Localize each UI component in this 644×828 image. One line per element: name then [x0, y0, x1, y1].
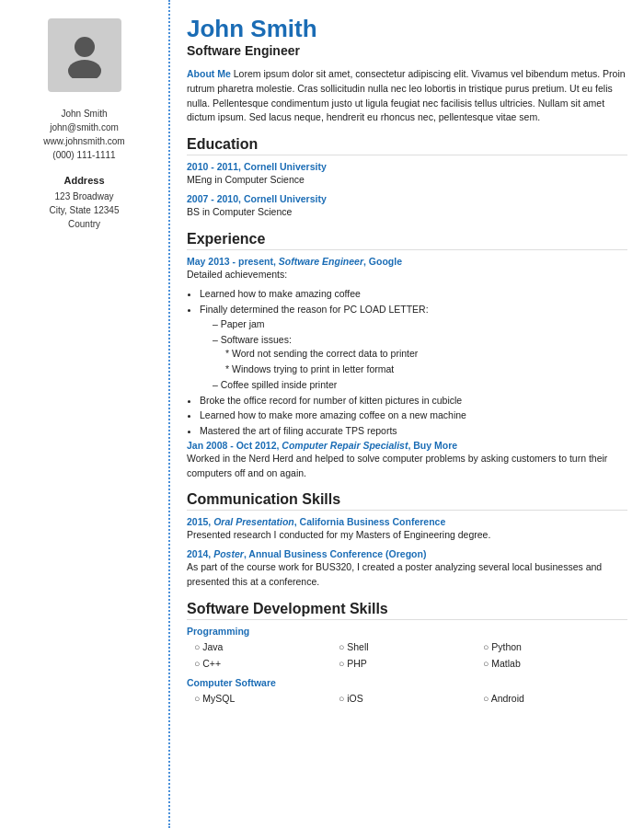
edu-body-2: BS in Computer Science	[187, 205, 627, 220]
address-city-state: City, State 12345	[50, 203, 120, 217]
avatar	[48, 18, 121, 92]
list-item: Word not sending the correct data to pri…	[225, 347, 627, 362]
communication-section: Communication Skills 2015, Oral Presenta…	[187, 491, 627, 589]
comm-entry-1: 2015, Oral Presentation, California Busi…	[187, 516, 627, 543]
skills-label-programming: Programming	[187, 626, 627, 637]
comm-body-2: As part of the course work for BUS320, I…	[187, 560, 627, 590]
address-street: 123 Broadway	[50, 190, 120, 203]
address-label: Address	[63, 175, 104, 186]
skills-category-programming: Programming Java Shell Python C++ PHP Ma…	[187, 626, 627, 673]
comm-entry-2: 2014, Poster, Annual Business Conference…	[187, 548, 627, 590]
comm-header-1: 2015, Oral Presentation, California Busi…	[187, 516, 627, 527]
sub-sub-list-1: Word not sending the correct data to pri…	[225, 347, 627, 377]
sidebar: John Smith john@smith.com www.johnsmith.…	[0, 0, 170, 828]
address-info: 123 Broadway City, State 12345 Country	[50, 190, 120, 231]
skill-ios: iOS	[339, 691, 483, 707]
skill-php: PHP	[339, 656, 483, 673]
education-entry-2: 2007 - 2010, Cornell University BS in Co…	[187, 193, 627, 220]
skills-grid-programming: Java Shell Python C++ PHP Matlab	[194, 639, 627, 673]
list-item: Paper jam	[213, 317, 627, 332]
list-item: Finally determined the reason for PC LOA…	[200, 303, 627, 393]
exp-header-2: Jan 2008 - Oct 2012, Computer Repair Spe…	[187, 440, 627, 451]
sub-list-1: Paper jam Software issues: Word not send…	[213, 317, 627, 393]
skill-python: Python	[483, 639, 627, 656]
exp-intro-1: Detailed achievements:	[187, 268, 627, 282]
main-content: John Smith Software Engineer About Me Lo…	[170, 0, 644, 828]
about-label: About Me	[187, 68, 231, 79]
svg-point-0	[75, 37, 95, 57]
experience-entry-2: Jan 2008 - Oct 2012, Computer Repair Spe…	[187, 440, 627, 481]
skill-java: Java	[194, 639, 339, 656]
edu-header-1: 2010 - 2011, Cornell University	[187, 161, 627, 172]
skills-section: Software Development Skills Programming …	[187, 601, 627, 708]
skill-mysql: MySQL	[194, 691, 339, 707]
contact-name: John Smith	[43, 107, 124, 121]
list-item: Software issues: Word not sending the co…	[213, 333, 627, 377]
edu-header-2: 2007 - 2010, Cornell University	[187, 193, 627, 204]
exp-body-2: Worked in the Nerd Herd and helped to so…	[187, 452, 627, 481]
job-title: Software Engineer	[187, 43, 627, 58]
communication-heading: Communication Skills	[187, 491, 627, 511]
contact-website: www.johnsmith.com	[43, 134, 124, 148]
skills-heading: Software Development Skills	[187, 601, 627, 620]
edu-body-1: MEng in Computer Science	[187, 173, 627, 188]
skills-grid-software: MySQL iOS Android	[194, 691, 627, 707]
skill-android: Android	[483, 691, 627, 707]
about-section: About Me Lorem ipsum dolor sit amet, con…	[187, 67, 627, 125]
skills-label-software: Computer Software	[187, 677, 627, 688]
comm-body-1: Presented research I conducted for my Ma…	[187, 528, 627, 543]
exp-header-1: May 2013 - present, Software Engineer, G…	[187, 256, 627, 267]
list-item: Broke the office record for number of ki…	[200, 394, 627, 408]
skill-shell: Shell	[339, 639, 483, 656]
header-section: John Smith Software Engineer	[187, 15, 627, 58]
exp-bullets-1: Learned how to make amazing coffee Final…	[200, 287, 627, 439]
experience-entry-1: May 2013 - present, Software Engineer, G…	[187, 256, 627, 439]
list-item: Mastered the art of filing accurate TPS …	[200, 424, 627, 439]
address-country: Country	[50, 217, 120, 231]
education-heading: Education	[187, 136, 627, 155]
skill-cpp: C++	[194, 656, 339, 673]
list-item: Windows trying to print in letter format	[225, 362, 627, 377]
about-text: Lorem ipsum dolor sit amet, consectetur …	[187, 68, 626, 122]
list-item: Learned how to make more amazing coffee …	[200, 408, 627, 423]
list-item: Coffee spilled inside printer	[213, 378, 627, 393]
education-entry-1: 2010 - 2011, Cornell University MEng in …	[187, 161, 627, 188]
full-name: John Smith	[187, 15, 627, 43]
contact-phone: (000) 111-1111	[43, 148, 124, 162]
skill-matlab: Matlab	[483, 656, 627, 673]
svg-point-1	[68, 60, 101, 78]
skills-category-software: Computer Software MySQL iOS Android	[187, 677, 627, 707]
list-item: Learned how to make amazing coffee	[200, 287, 627, 302]
contact-info: John Smith john@smith.com www.johnsmith.…	[43, 107, 124, 162]
contact-email: john@smith.com	[43, 121, 124, 134]
experience-heading: Experience	[187, 231, 627, 250]
education-section: Education 2010 - 2011, Cornell Universit…	[187, 136, 627, 220]
comm-header-2: 2014, Poster, Annual Business Conference…	[187, 548, 627, 559]
experience-section: Experience May 2013 - present, Software …	[187, 231, 627, 481]
